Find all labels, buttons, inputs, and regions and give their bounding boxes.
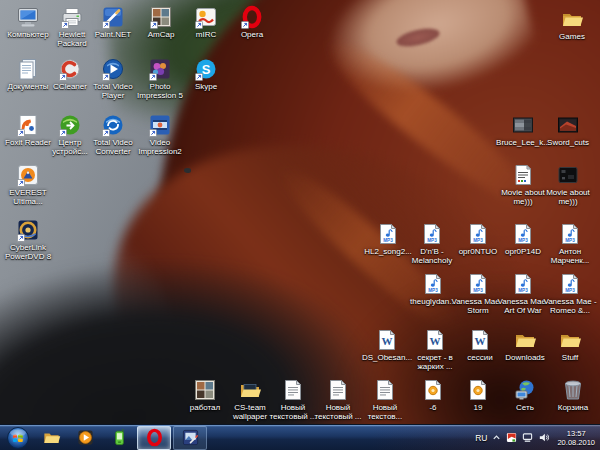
system-tray: RU 13:57 20.08.2010: [475, 429, 600, 447]
icon-skype[interactable]: SSkype: [178, 57, 234, 91]
paintnet-icon: [101, 5, 125, 29]
mp3-icon: MP3: [558, 272, 582, 296]
icon-everest[interactable]: EVEREST Ultima...: [0, 163, 56, 206]
textfile-icon: [373, 378, 397, 402]
photoimp-icon: [148, 57, 172, 81]
mp3-icon: MP3: [511, 222, 535, 246]
ccleaner-icon: [58, 57, 82, 81]
printer-icon: [60, 5, 84, 29]
icon-label: CyberLink PowerDVD 8: [0, 243, 56, 261]
icon-label: Stuff: [542, 353, 598, 362]
shortcut-arrow-icon: [17, 234, 25, 242]
language-indicator[interactable]: RU: [475, 433, 487, 443]
tray-antivirus-icon[interactable]: [506, 432, 517, 443]
icon-cyberlink-powerdvd[interactable]: CyberLink PowerDVD 8: [0, 218, 56, 261]
greenorb-icon: [58, 113, 82, 137]
mp3-icon: MP3: [420, 222, 444, 246]
tray-volume-icon[interactable]: [538, 432, 549, 443]
tray-network-icon[interactable]: [522, 432, 533, 443]
icon-vanessa-mae-romeo[interactable]: MP3Vanessa Mae - Romeo &...: [542, 272, 598, 315]
icon-movie-about-me-video[interactable]: Movie about me))): [540, 163, 596, 206]
opera-icon: [240, 5, 264, 29]
desktop: КомпьютерHewlett PackardPaint.NETAmCapmI…: [0, 0, 600, 450]
desktop-icon-grid: КомпьютерHewlett PackardPaint.NETAmCapmI…: [0, 0, 600, 450]
tray-icons: [492, 432, 549, 443]
svg-text:MP3: MP3: [518, 238, 528, 243]
taskbar-explorer-button[interactable]: [35, 427, 67, 449]
svg-text:W: W: [475, 335, 486, 347]
icon-label: Skype: [178, 82, 234, 91]
skype-icon: S: [194, 57, 218, 81]
clock[interactable]: 13:57 20.08.2010: [557, 429, 595, 447]
tvp-icon: [101, 57, 125, 81]
icon-recycle-bin[interactable]: Корзина: [545, 378, 600, 412]
textfile-icon: [326, 378, 350, 402]
shortcut-arrow-icon: [195, 21, 203, 29]
shortcut-arrow-icon: [102, 21, 110, 29]
taskbar: RU 13:57 20.08.2010: [0, 424, 600, 450]
vblack-icon: [556, 163, 580, 187]
collage-icon: [149, 5, 173, 29]
mp3-icon: MP3: [466, 222, 490, 246]
everest-icon: [16, 163, 40, 187]
recycle-icon: [561, 378, 585, 402]
taskbar-opera-button[interactable]: [137, 426, 171, 450]
videoimp-icon: [148, 113, 172, 137]
documents-icon: [16, 57, 40, 81]
mp3-icon: MP3: [376, 222, 400, 246]
icon-opera[interactable]: Opera: [224, 5, 280, 39]
icon-stuff-folder[interactable]: Stuff: [542, 328, 598, 362]
folderdark-icon: [238, 378, 262, 402]
orangedoc-icon: [421, 378, 445, 402]
shortcut-arrow-icon: [17, 179, 25, 187]
folder-icon: [560, 7, 584, 31]
svg-text:MP3: MP3: [473, 238, 483, 243]
shortcut-arrow-icon: [150, 21, 158, 29]
icon-label: Games: [544, 32, 600, 41]
shortcut-arrow-icon: [61, 21, 69, 29]
tray-expand-icon[interactable]: [492, 433, 501, 442]
icon-label: Video Impression2: [132, 138, 188, 156]
mirc-icon: [194, 5, 218, 29]
svg-text:MP3: MP3: [383, 238, 393, 243]
word-icon: W: [375, 328, 399, 352]
svg-text:MP3: MP3: [473, 288, 483, 293]
orangedoc-icon: [466, 378, 490, 402]
shortcut-arrow-icon: [59, 73, 67, 81]
start-button[interactable]: [6, 426, 30, 450]
shortcut-arrow-icon: [149, 73, 157, 81]
powerdvd-icon: [16, 218, 40, 242]
word-icon: W: [468, 328, 492, 352]
folder-icon: [558, 328, 582, 352]
folder-icon: [513, 328, 537, 352]
svg-text:MP3: MP3: [428, 288, 438, 293]
icon-sword-cuts-video[interactable]: Sword_cuts: [540, 113, 596, 147]
collage-icon: [193, 378, 217, 402]
mp3-icon: MP3: [466, 272, 490, 296]
shortcut-arrow-icon: [149, 129, 157, 137]
shortcut-arrow-icon: [195, 73, 203, 81]
svg-text:S: S: [202, 62, 211, 77]
icon-anton-marchenk[interactable]: MP3Антон Марченк...: [542, 222, 598, 265]
icon-label: Sword_cuts: [540, 138, 596, 147]
textfile-icon: [281, 378, 305, 402]
taskbar-messenger-button[interactable]: [103, 427, 135, 449]
icon-label: Антон Марченк...: [542, 247, 598, 265]
taskbar-media-player-button[interactable]: [69, 427, 101, 449]
svg-text:MP3: MP3: [565, 238, 575, 243]
svg-text:W: W: [430, 335, 441, 347]
clock-date: 20.08.2010: [557, 438, 595, 447]
computer-icon: [16, 5, 40, 29]
shortcut-arrow-icon: [102, 73, 110, 81]
icon-label: Opera: [224, 30, 280, 39]
shortcut-arrow-icon: [59, 129, 67, 137]
taskbar-image-editor-button[interactable]: [173, 426, 207, 450]
network-icon: [513, 378, 537, 402]
icon-games-folder[interactable]: Games: [544, 7, 600, 41]
taskbar-buttons: [0, 426, 208, 450]
svg-text:MP3: MP3: [518, 288, 528, 293]
icon-label: EVEREST Ultima...: [0, 188, 56, 206]
svg-text:W: W: [382, 335, 393, 347]
word-icon: W: [423, 328, 447, 352]
icon-video-impression-2[interactable]: Video Impression2: [132, 113, 188, 156]
